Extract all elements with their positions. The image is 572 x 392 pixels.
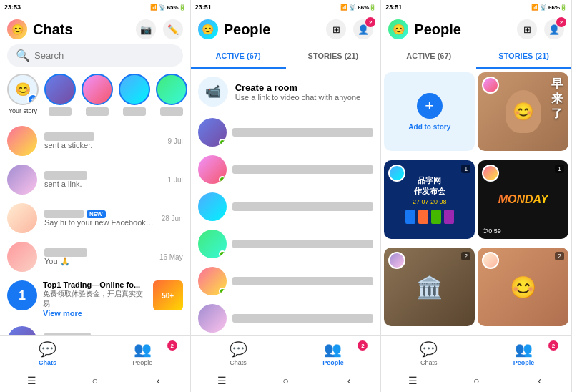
people-header-icons: ⊞ 👤 2 bbox=[326, 19, 373, 39]
stories-row: 😊 + Your story ████ ████ ████ ████ bbox=[0, 71, 190, 122]
battery-icon-2: 66%🔋 bbox=[358, 4, 376, 11]
online-indicator bbox=[219, 288, 226, 295]
add-person-button[interactable]: 👤 2 bbox=[353, 19, 373, 39]
sys-nav-2: ☰ ○ ‹ bbox=[191, 369, 381, 392]
story-count-1: 1 bbox=[461, 165, 470, 173]
home-btn[interactable]: ○ bbox=[87, 372, 104, 389]
ad-subtitle: 免费领取体验资金，开启真实交易 bbox=[43, 289, 147, 309]
tab-stories[interactable]: STORIES (21) bbox=[286, 44, 381, 69]
people-title: People bbox=[224, 21, 327, 38]
status-time-1: 23:53 bbox=[4, 4, 21, 11]
story-item-4[interactable]: ████ bbox=[156, 74, 187, 116]
story-label-1: ████ bbox=[49, 107, 71, 116]
menu-btn-2[interactable]: ☰ bbox=[214, 372, 231, 389]
chat-item[interactable]: Y███ ██ NEW Say hi to your new Facebook … bbox=[0, 199, 190, 237]
chat-name: ████ ██ bbox=[44, 248, 152, 257]
nav-chats-3[interactable]: 💬 Chats bbox=[381, 340, 476, 366]
home-btn-2[interactable]: ○ bbox=[277, 372, 294, 389]
back-btn-3[interactable]: ‹ bbox=[531, 372, 548, 389]
online-indicator bbox=[219, 176, 226, 183]
ad-image: 50+ bbox=[153, 280, 183, 310]
people-item[interactable]: ████ █████ bbox=[191, 225, 381, 263]
tab-stories-3[interactable]: STORIES (21) bbox=[476, 44, 571, 69]
chats-panel: 23:53 📶 📡 65%🔋 😊 Chats 📷 ✏️ 🔍 😊 + Your s… bbox=[0, 0, 191, 392]
status-icons-2: 📶 📡 66%🔋 bbox=[340, 4, 376, 11]
wifi-icon-3: 📡 bbox=[540, 4, 547, 11]
chat-item[interactable]: ████ ██ You 🙏 16 May bbox=[0, 237, 190, 276]
nav-chats-label-2: Chats bbox=[230, 359, 247, 366]
add-story-plus-icon: + bbox=[417, 93, 443, 119]
nav-people-3[interactable]: 2 👥 People bbox=[476, 340, 571, 366]
home-btn-3[interactable]: ○ bbox=[468, 372, 485, 389]
create-room-item[interactable]: 📹 Create a room Use a link to video chat… bbox=[191, 69, 381, 114]
people-badge-3: 2 bbox=[548, 340, 558, 351]
story-date-text: 27 07 20 08 bbox=[413, 198, 447, 205]
story-card[interactable]: 😊 2 bbox=[478, 248, 568, 326]
search-bar[interactable]: 🔍 bbox=[7, 44, 183, 67]
camera-button[interactable]: 📷 bbox=[136, 19, 156, 39]
story-card[interactable]: MONDAY 1 ⏱0:59 bbox=[478, 160, 568, 239]
signal-icon-3: 📶 bbox=[531, 4, 538, 11]
people-nav-icon: 👥 bbox=[134, 340, 152, 358]
people-item[interactable]: ███ ████ bbox=[191, 188, 381, 225]
stories-user-avatar[interactable]: 😊 bbox=[388, 19, 408, 39]
chat-preview: sent a link. bbox=[44, 180, 161, 188]
nav-chats[interactable]: 💬 Chats bbox=[0, 340, 95, 366]
chat-avatar bbox=[7, 203, 37, 233]
grid-button-3[interactable]: ⊞ bbox=[517, 19, 537, 39]
room-title: Create a room bbox=[235, 82, 361, 93]
chat-avatar bbox=[7, 165, 37, 195]
tab-active-3[interactable]: ACTIVE (67) bbox=[381, 44, 476, 69]
ad-item[interactable]: 1 Top1 Trading—Online fo... 免费领取体验资金，开启真… bbox=[0, 276, 190, 322]
bottom-nav-3: 💬 Chats 2 👥 People bbox=[381, 335, 571, 369]
your-story-item[interactable]: 😊 + Your story bbox=[7, 74, 39, 116]
menu-btn[interactable]: ☰ bbox=[23, 372, 40, 389]
people-item[interactable]: ████ ████ bbox=[191, 114, 381, 151]
people-user-avatar[interactable]: 😊 bbox=[198, 19, 218, 39]
user-avatar[interactable]: 😊 bbox=[7, 19, 27, 39]
back-btn-2[interactable]: ‹ bbox=[340, 372, 358, 389]
people-item[interactable]: ████ █████ bbox=[191, 151, 381, 188]
chat-name: ████ ██ bbox=[44, 171, 161, 180]
chat-item[interactable]: ████ ██ sent a sticker. 9 Jul bbox=[0, 122, 190, 160]
story-card[interactable]: 品字网作发布会 27 07 20 08 1 bbox=[384, 160, 475, 239]
search-input[interactable] bbox=[34, 50, 174, 61]
stories-grid: + Add to story 😊 早来了 品字网作发布会 27 07 20 08 bbox=[381, 69, 571, 335]
person-name: ████ ████ bbox=[232, 277, 374, 285]
tab-active[interactable]: ACTIVE (67) bbox=[191, 44, 286, 69]
story-chinese-text: 早来了 bbox=[551, 77, 563, 122]
ad-link[interactable]: View more bbox=[43, 309, 147, 318]
grid-button[interactable]: ⊞ bbox=[326, 19, 346, 39]
signal-icon: 📶 bbox=[150, 4, 157, 11]
add-story-card[interactable]: + Add to story bbox=[384, 72, 475, 151]
chats-header: 😊 Chats 📷 ✏️ bbox=[0, 14, 190, 44]
ad-content: Top1 Trading—Online fo... 免费领取体验资金，开启真实交… bbox=[43, 280, 147, 318]
back-btn[interactable]: ‹ bbox=[149, 372, 167, 389]
chat-preview: sent a sticker. bbox=[44, 141, 161, 150]
online-indicator bbox=[219, 139, 226, 146]
people-stories-title: People bbox=[414, 21, 517, 38]
nav-people[interactable]: 2 👥 People bbox=[95, 340, 190, 366]
nav-chats-2[interactable]: 💬 Chats bbox=[191, 340, 286, 366]
story-item-1[interactable]: ████ bbox=[44, 74, 76, 116]
story-item-3[interactable]: ████ bbox=[119, 74, 150, 116]
story-duration: ⏱0:59 bbox=[482, 227, 501, 235]
story-card[interactable]: 😊 早来了 bbox=[478, 72, 568, 151]
add-person-button-3[interactable]: 👤 2 bbox=[544, 19, 564, 39]
chat-name: ████ ██ bbox=[44, 132, 161, 141]
people-item[interactable]: ████ ████ bbox=[191, 263, 381, 300]
story-card[interactable]: 🏛️ 2 bbox=[384, 248, 475, 326]
nav-people-2[interactable]: 2 👥 People bbox=[286, 340, 381, 366]
chat-avatar bbox=[7, 326, 37, 335]
header-badge: 2 bbox=[365, 17, 375, 27]
chat-item[interactable]: ████ ██ You sent a photo. 10 May bbox=[0, 322, 190, 335]
room-subtitle: Use a link to video chat with anyone bbox=[235, 93, 361, 102]
chat-time: 16 May bbox=[159, 253, 183, 261]
story-item-2[interactable]: ████ bbox=[82, 74, 113, 116]
story-count-3: 2 bbox=[461, 252, 470, 260]
add-story-content: + Add to story bbox=[384, 72, 475, 151]
menu-btn-3[interactable]: ☰ bbox=[405, 372, 422, 389]
chat-item[interactable]: ████ ██ sent a link. 1 Jul bbox=[0, 160, 190, 199]
compose-button[interactable]: ✏️ bbox=[163, 19, 183, 39]
people-item[interactable]: █████ █████ bbox=[191, 300, 381, 335]
